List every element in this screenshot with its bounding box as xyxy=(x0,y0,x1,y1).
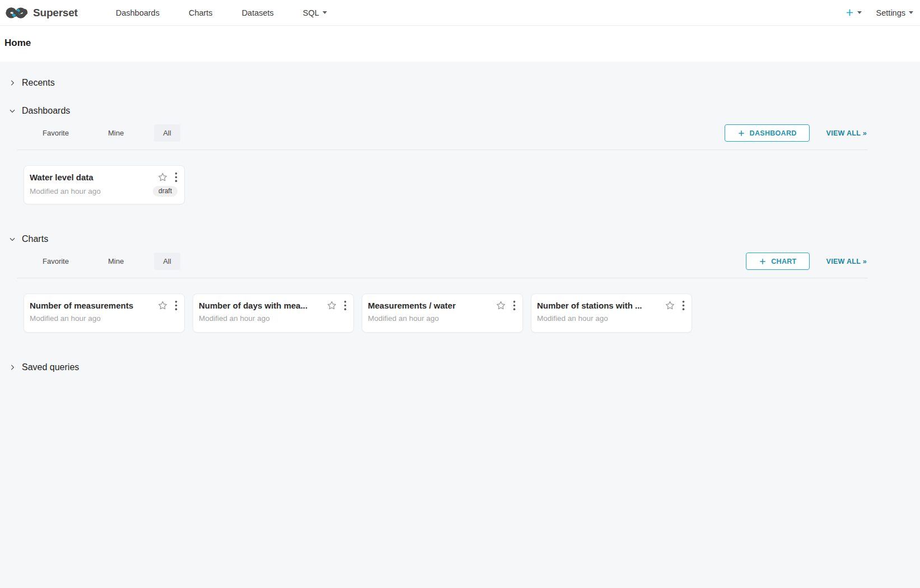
tab-all[interactable]: All xyxy=(154,124,180,142)
charts-cards: Number of measurements Modified an hour … xyxy=(24,293,868,333)
card-modified-text: Modified an hour ago xyxy=(368,314,439,323)
tab-mine[interactable]: Mine xyxy=(99,124,133,142)
draft-status-badge: draft xyxy=(153,186,178,197)
dashboards-view-all-link[interactable]: VIEW ALL » xyxy=(826,129,867,137)
brand-name: Superset xyxy=(33,7,78,19)
navbar-right: Settings xyxy=(845,8,914,17)
primary-nav: Dashboards Charts Datasets SQL xyxy=(101,8,342,17)
favorite-star-icon[interactable] xyxy=(326,300,337,311)
chart-card[interactable]: Measurements / water Modified an hour ag… xyxy=(362,293,523,333)
add-chart-button[interactable]: CHART xyxy=(746,253,809,270)
charts-subbar: Favorite Mine All CHART VIEW ALL » xyxy=(0,251,920,278)
card-actions xyxy=(665,300,685,311)
add-dashboard-label: DASHBOARD xyxy=(750,129,797,137)
favorite-star-icon[interactable] xyxy=(665,300,675,311)
settings-label: Settings xyxy=(876,8,905,17)
plus-icon xyxy=(759,258,767,265)
caret-down-icon xyxy=(857,11,862,14)
section-recents-title: Recents xyxy=(22,78,55,88)
chart-card-title[interactable]: Measurements / water xyxy=(368,301,491,310)
section-saved-queries-toggle[interactable]: Saved queries xyxy=(0,355,920,380)
card-header: Number of stations with ... xyxy=(537,300,685,311)
nav-dashboards-label: Dashboards xyxy=(116,8,160,17)
kebab-menu-icon[interactable] xyxy=(175,172,178,183)
add-dashboard-button[interactable]: DASHBOARD xyxy=(725,124,810,142)
section-dashboards-toggle[interactable]: Dashboards xyxy=(0,99,920,123)
card-header: Water level data xyxy=(30,172,178,183)
chart-card-title[interactable]: Number of measurements xyxy=(30,301,153,310)
chevron-down-icon xyxy=(8,107,16,115)
card-actions xyxy=(157,172,178,183)
tab-favorite[interactable]: Favorite xyxy=(34,253,78,270)
card-modified-text: Modified an hour ago xyxy=(30,187,101,195)
nav-charts-label: Charts xyxy=(189,8,213,17)
card-modified-text: Modified an hour ago xyxy=(30,314,101,323)
section-dashboards-title: Dashboards xyxy=(22,106,70,116)
favorite-star-icon[interactable] xyxy=(157,172,168,183)
card-header: Number of measurements xyxy=(30,300,178,311)
chart-card-title[interactable]: Number of days with mea... xyxy=(199,301,322,310)
card-actions xyxy=(326,300,347,311)
section-charts-toggle[interactable]: Charts xyxy=(0,227,920,251)
nav-sql-menu[interactable]: SQL xyxy=(295,8,335,17)
card-actions xyxy=(496,300,516,311)
nav-charts[interactable]: Charts xyxy=(181,8,221,17)
chart-card-title[interactable]: Number of stations with ... xyxy=(537,301,660,310)
dashboards-panel: Water level data Modified an hour ago dr… xyxy=(17,150,868,220)
section-saved-queries-title: Saved queries xyxy=(22,362,79,372)
chart-card[interactable]: Number of days with mea... Modified an h… xyxy=(193,293,354,333)
section-recents-toggle[interactable]: Recents xyxy=(0,71,920,95)
dashboard-card-title[interactable]: Water level data xyxy=(30,172,153,182)
kebab-menu-icon[interactable] xyxy=(513,300,516,311)
kebab-menu-icon[interactable] xyxy=(344,300,347,311)
add-chart-label: CHART xyxy=(771,258,796,265)
dashboards-cards: Water level data Modified an hour ago dr… xyxy=(24,165,868,204)
tab-favorite[interactable]: Favorite xyxy=(34,124,78,142)
favorite-star-icon[interactable] xyxy=(157,300,168,311)
plus-icon xyxy=(845,8,854,17)
chart-card[interactable]: Number of stations with ... Modified an … xyxy=(531,293,692,333)
page-title: Home xyxy=(4,38,916,49)
chart-card[interactable]: Number of measurements Modified an hour … xyxy=(24,293,185,333)
settings-menu[interactable]: Settings xyxy=(876,8,913,17)
favorite-star-icon[interactable] xyxy=(496,300,506,311)
superset-logo-icon xyxy=(6,6,29,20)
tab-mine[interactable]: Mine xyxy=(99,253,133,270)
charts-actions: CHART VIEW ALL » xyxy=(746,253,867,270)
charts-panel: Number of measurements Modified an hour … xyxy=(17,278,868,348)
charts-view-all-link[interactable]: VIEW ALL » xyxy=(826,258,867,265)
card-header: Measurements / water xyxy=(368,300,516,311)
dashboards-subbar: Favorite Mine All DASHBOARD VIEW ALL » xyxy=(0,123,920,150)
caret-down-icon xyxy=(323,11,327,14)
superset-logo[interactable]: Superset xyxy=(6,6,78,20)
nav-dashboards[interactable]: Dashboards xyxy=(108,8,167,17)
card-footer: Modified an hour ago xyxy=(368,314,516,323)
tab-all[interactable]: All xyxy=(154,253,180,270)
plus-icon xyxy=(737,129,745,137)
caret-down-icon xyxy=(909,11,913,14)
nav-datasets-label: Datasets xyxy=(242,8,274,17)
card-footer: Modified an hour ago draft xyxy=(30,186,178,197)
chevron-down-icon xyxy=(8,235,16,243)
dashboards-actions: DASHBOARD VIEW ALL » xyxy=(725,124,867,142)
nav-datasets[interactable]: Datasets xyxy=(234,8,282,17)
nav-sql-label: SQL xyxy=(303,8,319,17)
card-footer: Modified an hour ago xyxy=(537,314,685,323)
kebab-menu-icon[interactable] xyxy=(175,300,178,311)
dashboard-card[interactable]: Water level data Modified an hour ago dr… xyxy=(24,165,185,204)
chevron-right-icon xyxy=(8,79,16,87)
card-modified-text: Modified an hour ago xyxy=(537,314,608,323)
kebab-menu-icon[interactable] xyxy=(682,300,685,311)
card-footer: Modified an hour ago xyxy=(30,314,178,323)
card-modified-text: Modified an hour ago xyxy=(199,314,270,323)
new-item-menu[interactable] xyxy=(845,8,862,17)
card-header: Number of days with mea... xyxy=(199,300,347,311)
page-header: Home xyxy=(0,26,920,62)
card-actions xyxy=(157,300,178,311)
section-charts-title: Charts xyxy=(22,234,48,244)
top-navbar: Superset Dashboards Charts Datasets SQL … xyxy=(0,0,920,26)
card-footer: Modified an hour ago xyxy=(199,314,347,323)
chevron-right-icon xyxy=(8,363,16,371)
dashboards-tabs: Favorite Mine All xyxy=(34,124,180,142)
home-content: Recents Dashboards Favorite Mine All DAS… xyxy=(0,62,920,380)
